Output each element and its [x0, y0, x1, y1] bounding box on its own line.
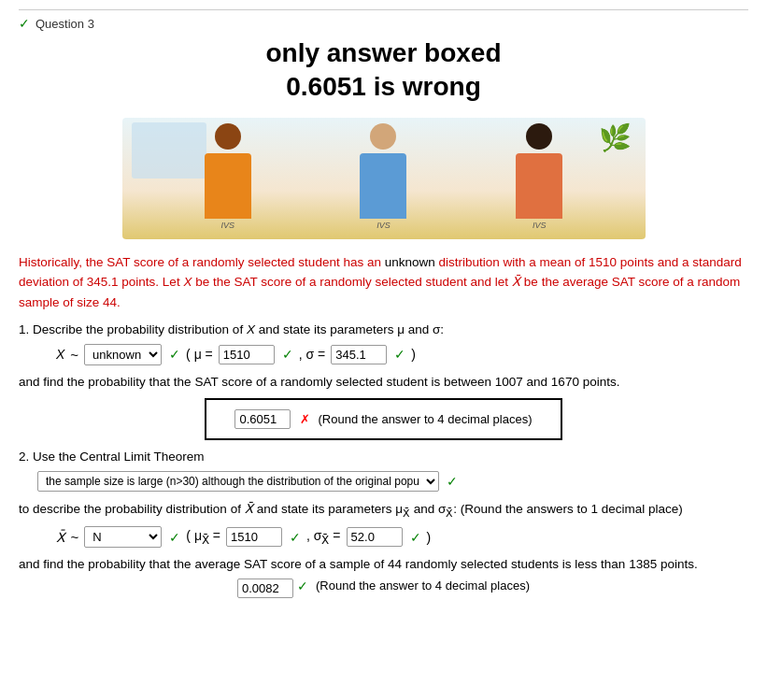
q1-paren-close: ) — [411, 347, 416, 362]
q1-comma: , σ = — [299, 347, 326, 362]
q1-round-note: (Round the answer to 4 decimal places) — [318, 412, 532, 426]
q2-paren-close: ) — [427, 530, 432, 545]
illustration: 🌿 IVS IVS IVS — [19, 118, 748, 239]
q2-label: 2. Use the Central Limit Theorem — [19, 450, 748, 464]
q2-comma: , σX̄ = — [306, 528, 341, 547]
q1-mu-check: ✓ — [282, 347, 293, 362]
question-header: ✓ Question 3 — [19, 9, 748, 31]
q1-label: 1. Describe the probability distribution… — [19, 322, 748, 336]
question-label: Question 3 — [36, 17, 94, 31]
q2-mu-label: ( μX̄ = — [186, 528, 220, 547]
clt-dropdown[interactable]: the sample size is large (n>30) although… — [37, 471, 439, 492]
q1-wrong-x: ✗ — [300, 412, 310, 426]
q2-check-green: ✓ — [169, 530, 180, 545]
q2-distribution-select[interactable]: N unknown Binomial — [84, 526, 162, 548]
plant-decoration: 🌿 — [599, 122, 632, 153]
q1-mu-label: ( μ = — [186, 347, 213, 362]
q2-describe-text: to describe the probability distribution… — [19, 501, 748, 520]
bg-decor — [132, 122, 206, 179]
person-1: IVS — [205, 153, 251, 230]
q2-answer-check: ✓ — [297, 579, 308, 598]
q2-mu-input[interactable] — [226, 527, 282, 547]
person-3: IVS — [516, 153, 562, 230]
clt-dropdown-line: the sample size is large (n>30) although… — [37, 471, 748, 492]
q2-sigma-input[interactable] — [347, 527, 403, 547]
person-3-label: IVS — [533, 221, 547, 230]
question-checkmark: ✓ — [19, 16, 30, 31]
q2-sigma-check: ✓ — [410, 530, 421, 545]
illustration-box: 🌿 IVS IVS IVS — [122, 118, 646, 239]
q1-answer-border: ✗ (Round the answer to 4 decimal places) — [205, 398, 561, 440]
q1-X-var: X — [56, 347, 64, 362]
q1-formula-line: X ~ unknown N Binomial Poisson ✓ ( μ = ✓… — [56, 344, 748, 365]
q2-mu-check: ✓ — [290, 530, 301, 545]
q2-tilde: ~ — [71, 529, 79, 545]
q1-answer-wrapper: ✗ (Round the answer to 4 decimal places) — [19, 398, 748, 440]
q2-answer-line: ✓ (Round the answer to 4 decimal places) — [19, 579, 748, 598]
q2-answer-input[interactable] — [237, 579, 293, 598]
q1-mu-input[interactable] — [219, 345, 275, 364]
q2-Xbar-var: X̄ — [56, 530, 65, 545]
q2-less-text: and find the probability that the averag… — [19, 557, 748, 571]
clt-check: ✓ — [447, 474, 458, 489]
person-3-head — [526, 123, 552, 150]
intro-paragraph: Historically, the SAT score of a randoml… — [19, 252, 748, 313]
q1-tilde: ~ — [70, 347, 78, 363]
q1-check-green: ✓ — [169, 347, 180, 362]
person-2-body — [360, 153, 406, 219]
q1-between-text: and find the probability that the SAT sc… — [19, 375, 748, 389]
q1-sigma-check: ✓ — [394, 347, 405, 362]
person-2-label: IVS — [376, 221, 391, 230]
person-3-body — [516, 153, 562, 219]
q1-sigma-input[interactable] — [331, 345, 387, 364]
q2-formula-line: X̄ ~ N unknown Binomial ✓ ( μX̄ = ✓ , σX… — [56, 526, 748, 548]
q1-distribution-select[interactable]: unknown N Binomial Poisson — [84, 344, 162, 365]
main-title: only answer boxed0.6051 is wrong — [19, 36, 748, 105]
q2-round-note: (Round the answer to 4 decimal places) — [316, 579, 530, 598]
person-1-body — [205, 153, 251, 219]
person-1-label: IVS — [221, 221, 235, 230]
person-2: IVS — [360, 153, 406, 230]
q1-answer-input[interactable] — [234, 409, 291, 429]
person-1-head — [215, 123, 241, 150]
person-2-head — [370, 123, 396, 150]
